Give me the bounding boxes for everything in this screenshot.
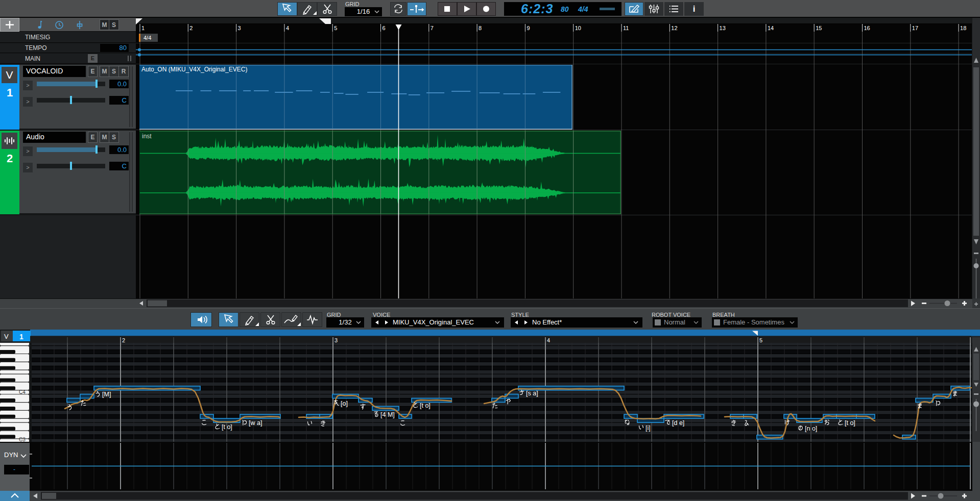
svg-text:[i]: [i] xyxy=(646,424,651,432)
svg-text:[d e]: [d e] xyxy=(672,419,684,427)
svg-text:6: 6 xyxy=(383,25,386,31)
svg-text:1: 1 xyxy=(141,25,145,31)
svg-text:C4: C4 xyxy=(19,389,26,395)
svg-text:2: 2 xyxy=(189,25,193,31)
svg-text:14: 14 xyxy=(768,25,774,31)
svg-text:3: 3 xyxy=(334,337,338,343)
svg-text:1: 1 xyxy=(19,333,23,341)
svg-text:[s a]: [s a] xyxy=(526,390,538,397)
svg-text:[t o]: [t o] xyxy=(420,402,431,409)
svg-text:4: 4 xyxy=(286,25,289,31)
svg-text:inst: inst xyxy=(142,133,152,140)
svg-text:[t o]: [t o] xyxy=(845,419,855,427)
svg-text:2: 2 xyxy=(122,337,125,343)
svg-text:7: 7 xyxy=(431,25,434,31)
svg-text:V: V xyxy=(4,333,9,340)
svg-text:4: 4 xyxy=(547,337,550,343)
svg-text:C3: C3 xyxy=(19,437,26,442)
svg-text:16: 16 xyxy=(864,25,870,31)
svg-text:5: 5 xyxy=(334,25,337,31)
svg-text:17: 17 xyxy=(912,25,918,31)
svg-text:5: 5 xyxy=(759,337,762,343)
svg-text:[4 M]: [4 M] xyxy=(380,411,395,418)
svg-text:9: 9 xyxy=(527,25,530,31)
svg-text:12: 12 xyxy=(671,25,677,31)
svg-text:10: 10 xyxy=(575,25,581,31)
svg-text:8: 8 xyxy=(479,25,482,31)
svg-text:[o]: [o] xyxy=(341,400,348,407)
svg-text:15: 15 xyxy=(816,25,822,31)
svg-text:Auto_ON (MIKU_V4X_Original_EVE: Auto_ON (MIKU_V4X_Original_EVEC) xyxy=(141,66,247,73)
svg-text:[n o]: [n o] xyxy=(805,425,817,432)
svg-text:[t o]: [t o] xyxy=(222,423,232,431)
svg-text:3: 3 xyxy=(238,25,241,31)
svg-text:13: 13 xyxy=(720,25,726,31)
svg-text:4/4: 4/4 xyxy=(144,35,151,41)
svg-text:[w a]: [w a] xyxy=(249,419,262,427)
svg-text:18: 18 xyxy=(960,25,966,31)
svg-text:11: 11 xyxy=(623,25,629,31)
svg-text:[M]: [M] xyxy=(102,391,111,398)
